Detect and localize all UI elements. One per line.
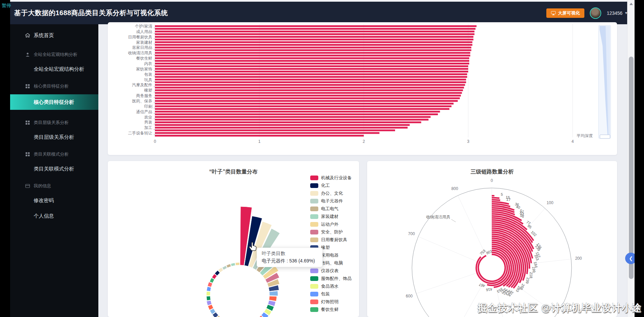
sidebar-item-10[interactable]: 修改密码: [10, 196, 98, 205]
legend-item-14[interactable]: 食品酒水: [310, 282, 352, 290]
bar-row[interactable]: [155, 111, 440, 113]
arc-value-label: 5: [501, 192, 503, 196]
legend-item-2[interactable]: 办公、文化: [310, 189, 352, 197]
arc-value-label: 416: [486, 287, 492, 292]
bar-row[interactable]: [155, 76, 467, 78]
legend-item-16[interactable]: 灯饰照明: [310, 298, 352, 306]
bar-row[interactable]: [155, 100, 458, 102]
rose-slice[interactable]: [206, 296, 211, 300]
grid-icon: [25, 84, 30, 89]
sidebar-item-4[interactable]: 核心类目特征分析: [10, 94, 98, 110]
rose-slice[interactable]: [206, 291, 211, 296]
bar-row[interactable]: [155, 28, 476, 30]
bar-row[interactable]: [155, 108, 449, 110]
bar-row[interactable]: [155, 63, 469, 64]
legend-item-1[interactable]: 化工: [310, 182, 352, 189]
legend-item-7[interactable]: 安全、防护: [310, 228, 352, 236]
legend-item-6[interactable]: 运动户外: [310, 220, 352, 228]
scroll-up-arrow-icon[interactable]: [630, 3, 633, 5]
sidebar-label: 个人信息: [34, 213, 54, 219]
legend-item-13[interactable]: 服饰配件、饰品: [310, 275, 352, 282]
legend-item-3[interactable]: 电子元器件: [310, 197, 352, 205]
user-icon: [25, 52, 30, 57]
legend-swatch: [310, 176, 318, 180]
bar-row[interactable]: [155, 57, 469, 59]
bar-row[interactable]: [155, 73, 467, 75]
bar-row[interactable]: [155, 116, 430, 118]
bar-row[interactable]: [155, 46, 471, 48]
legend-label: 家用电器: [321, 252, 339, 258]
rose-slice[interactable]: [235, 262, 240, 265]
bar-row[interactable]: [155, 92, 462, 94]
sidebar-item-0[interactable]: 系统首页: [10, 29, 98, 42]
bar-row[interactable]: [155, 114, 438, 115]
bar-row[interactable]: [155, 31, 475, 32]
user-menu[interactable]: 123456 ▼: [607, 10, 628, 16]
bar-row[interactable]: [155, 121, 421, 123]
bar-row[interactable]: [155, 124, 410, 126]
bar-category-label: 餐饮生鲜: [136, 56, 152, 61]
polar-arc-bar[interactable]: [492, 198, 500, 198]
bar-row[interactable]: [155, 71, 468, 72]
bar-row[interactable]: [155, 132, 380, 134]
bar-row[interactable]: [155, 36, 474, 38]
bar-row[interactable]: [155, 129, 395, 131]
rose-slice[interactable]: [226, 264, 231, 268]
legend-swatch: [310, 292, 318, 296]
bar-row[interactable]: [155, 97, 460, 99]
bar-row[interactable]: [155, 119, 428, 121]
rose-slice[interactable]: [269, 296, 277, 301]
bar-category-label: 通信产品: [136, 109, 152, 114]
rose-slice[interactable]: [231, 263, 235, 266]
bar-row[interactable]: [155, 87, 464, 88]
sidebar-item-2[interactable]: 全站全站宏观结构分析: [10, 65, 98, 73]
bar-row[interactable]: [155, 65, 468, 67]
browser-scrollbar[interactable]: [627, 0, 635, 317]
bar-row[interactable]: [155, 135, 364, 136]
bar-row[interactable]: [155, 89, 463, 91]
legend-item-15[interactable]: 包装: [310, 290, 352, 298]
bar-row[interactable]: [155, 55, 470, 56]
bar-row[interactable]: [155, 41, 472, 43]
scrollbar-thumb[interactable]: [629, 57, 634, 279]
rose-slice[interactable]: [206, 300, 212, 306]
datazoom-handle[interactable]: [600, 135, 610, 138]
legend-item-8[interactable]: 日用餐厨饮具: [310, 236, 352, 244]
avatar[interactable]: [590, 7, 601, 19]
bar-row[interactable]: [155, 49, 471, 51]
bar-row[interactable]: [155, 25, 477, 27]
bar-row[interactable]: [155, 52, 470, 54]
bar-row[interactable]: [155, 68, 468, 70]
legend-item-12[interactable]: 仪器仪表: [310, 267, 352, 275]
datazoom-slider[interactable]: [599, 25, 611, 138]
polar-arc-bar[interactable]: [492, 200, 500, 200]
rose-slice[interactable]: [269, 291, 278, 296]
bar-row[interactable]: [155, 127, 408, 128]
bar-row[interactable]: [155, 44, 472, 46]
legend-item-5[interactable]: 家装建材: [310, 213, 352, 220]
bar-row[interactable]: [155, 105, 451, 107]
legend-label: 安全、防护: [321, 229, 343, 235]
bar-row[interactable]: [155, 39, 474, 40]
bar-row[interactable]: [155, 84, 465, 86]
sidebar-item-6[interactable]: 类目层级关系分析: [10, 133, 98, 141]
bar-row[interactable]: [155, 79, 466, 81]
arc-value-label: 15: [506, 195, 510, 199]
avg-depth-bar-chart[interactable]: 01234个护/家清成人用品日用餐厨饮具家装建材居家日用品收纳清洁用具餐饮生鲜内…: [108, 22, 617, 155]
rose-slice[interactable]: [206, 287, 211, 291]
bar-row[interactable]: [155, 82, 466, 83]
legend-item-4[interactable]: 电工电气: [310, 205, 352, 213]
bar-category-label: 包装: [144, 72, 152, 77]
bar-row[interactable]: [155, 33, 475, 35]
sidebar-item-11[interactable]: 个人信息: [10, 212, 98, 220]
sidebar-item-8[interactable]: 类目关联模式分析: [10, 164, 98, 173]
three-level-link-polar-chart[interactable]: 0100200300400500600700800801753467416353…: [367, 161, 617, 317]
big-screen-button[interactable]: 大屏可视化: [546, 8, 584, 18]
bar-row[interactable]: [155, 103, 454, 104]
bar-row[interactable]: [155, 60, 469, 62]
legend-item-17[interactable]: 餐饮生鲜: [310, 306, 352, 313]
bar-row[interactable]: [155, 95, 461, 96]
bar-category-label: 玩具: [144, 77, 152, 82]
rose-slice[interactable]: [222, 265, 227, 270]
legend-item-0[interactable]: 机械及行业设备: [310, 174, 352, 182]
